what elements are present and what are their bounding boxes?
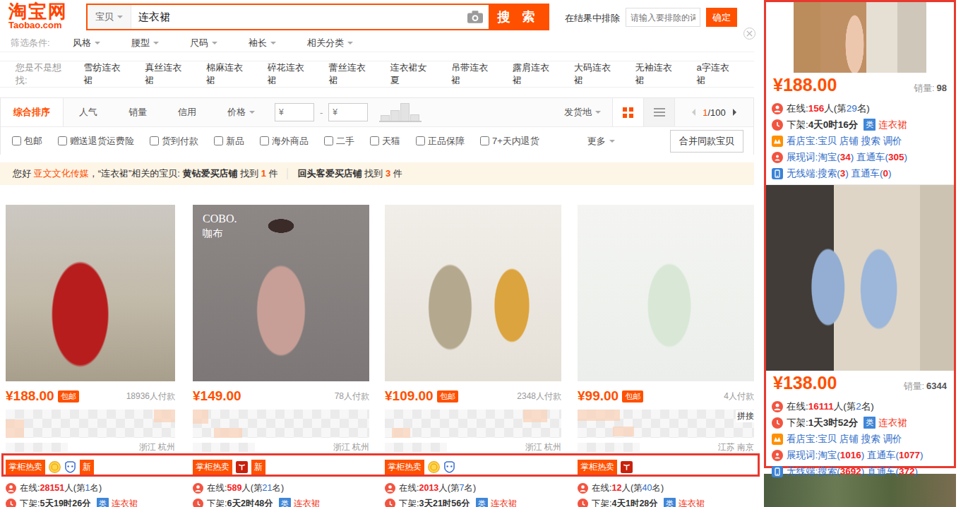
badge-row: 掌柜热卖 新	[6, 458, 175, 476]
category-badge: 类	[476, 498, 488, 507]
price-max-input[interactable]	[328, 103, 368, 121]
check-new-box[interactable]	[214, 136, 223, 145]
sort-tab-popularity[interactable]: 人气	[64, 98, 113, 126]
wireless-pre: 无线端:搜索(	[787, 465, 840, 478]
page-prev-button[interactable]	[688, 109, 695, 116]
notice-shop-link[interactable]: 亚文文化传媒	[34, 168, 89, 179]
page-next-button[interactable]	[733, 109, 740, 116]
suggest-link[interactable]: 吊带连衣裙	[451, 61, 494, 87]
product-image[interactable]: COBO.咖布	[193, 205, 369, 381]
exclude-input[interactable]	[626, 8, 700, 27]
online-count: 589	[227, 483, 241, 493]
image-search-camera-button[interactable]	[462, 5, 489, 29]
suggest-link[interactable]: 大码连衣裙	[574, 61, 617, 87]
offshelf-row: 下架:3天21时56分 类连衣裙	[385, 496, 561, 507]
kandianbao-links[interactable]: 看店宝:宝贝 店铺 搜索 调价	[787, 433, 902, 446]
wireless-row[interactable]: 无线端:搜索(3) 直通车(0)	[772, 165, 948, 181]
rank-post: 名)	[272, 482, 284, 494]
kandianbao-links-row[interactable]: 看店宝:宝贝 店铺 搜索 调价	[772, 133, 948, 149]
sales-count: 销量:6344	[903, 380, 947, 393]
suggest-link[interactable]: 露肩连衣裙	[513, 61, 556, 87]
check-tmall-box[interactable]	[370, 136, 379, 145]
camera-icon	[467, 11, 483, 23]
product-image[interactable]	[6, 205, 175, 381]
suggest-link[interactable]: 雪纺连衣裙	[83, 61, 126, 87]
product-title-censored[interactable]	[193, 410, 369, 438]
impression-words-row[interactable]: 展现词:淘宝(1016) 直通车(1077)	[772, 447, 948, 463]
price-min-input[interactable]	[275, 103, 314, 121]
filter-size-label: 尺码	[190, 37, 208, 49]
check-secondhand[interactable]: 二手	[324, 135, 354, 148]
check-overseas[interactable]: 海外商品	[260, 135, 309, 148]
sort-tab-credit[interactable]: 信用	[162, 98, 212, 126]
check-new[interactable]: 新品	[214, 135, 244, 148]
check-free-shipping[interactable]: 包邮	[12, 135, 42, 148]
filter-related-category[interactable]: 相关分类	[307, 37, 353, 49]
clock-icon	[385, 499, 395, 507]
sort-tab-sales[interactable]: 销量	[113, 98, 162, 126]
category-name[interactable]: 连衣裙	[878, 417, 907, 429]
category-name[interactable]: 连衣裙	[679, 498, 705, 507]
suggest-link[interactable]: 连衣裙女夏	[390, 61, 433, 87]
check-return-insurance[interactable]: 赠送退货运费险	[58, 135, 134, 148]
check-free-shipping-box[interactable]	[12, 136, 21, 145]
product-image[interactable]	[578, 205, 754, 381]
kandianbao-links-row[interactable]: 看店宝:宝贝 店铺 搜索 调价	[772, 431, 948, 447]
more-filters-link[interactable]: 更多	[587, 135, 615, 148]
product-title-censored[interactable]	[385, 410, 561, 438]
product-title-censored[interactable]: 拼接	[578, 410, 754, 438]
suggest-link[interactable]: 棉麻连衣裙	[206, 61, 249, 87]
filter-waist-label: 腰型	[131, 37, 150, 49]
check-7day-return[interactable]: 7+天内退货	[480, 135, 539, 148]
sidebar-product-image[interactable]	[766, 185, 954, 371]
check-cod[interactable]: 货到付款	[150, 135, 198, 148]
suggest-link[interactable]: 蕾丝连衣裙	[329, 61, 372, 87]
ship-from-dropdown[interactable]: 发货地	[564, 106, 601, 119]
taobao-logo[interactable]: 淘宝网 Taobao.com	[8, 2, 68, 30]
online-count: 156	[808, 103, 825, 114]
category-name[interactable]: 连衣裙	[878, 119, 907, 131]
sort-tab-composite[interactable]: 综合排序	[1, 98, 64, 126]
check-7day-return-box[interactable]	[480, 136, 489, 145]
filter-style[interactable]: 风格	[73, 37, 100, 49]
search-button[interactable]: 搜 索	[489, 5, 548, 29]
suggest-link[interactable]: a字连衣裙	[697, 61, 736, 87]
kandianbao-links[interactable]: 看店宝:宝贝 店铺 搜索 调价	[787, 135, 902, 148]
filter-waist[interactable]: 腰型	[131, 37, 159, 49]
product-title-censored[interactable]	[6, 410, 175, 438]
product-price: ¥109.00	[385, 388, 434, 404]
category-badge: 类	[664, 498, 676, 507]
person-icon	[385, 483, 395, 494]
close-panel-button[interactable]	[743, 28, 755, 40]
check-tmall[interactable]: 天猫	[370, 135, 400, 148]
product-location: 浙江 杭州	[525, 441, 561, 453]
search-input[interactable]	[131, 5, 462, 29]
check-overseas-box[interactable]	[260, 136, 269, 145]
wireless-row[interactable]: 无线端:搜索(3692) 直通车(372)	[772, 463, 948, 479]
filter-size[interactable]: 尺码	[190, 37, 217, 49]
sidebar-product-image[interactable]	[794, 2, 926, 73]
product-image[interactable]	[385, 205, 561, 381]
exclude-confirm-button[interactable]: 确定	[706, 8, 737, 27]
impression-words-row[interactable]: 展现词:淘宝(34) 直通车(305)	[772, 149, 948, 165]
list-view-button[interactable]	[643, 98, 674, 126]
filter-sleeve[interactable]: 袖长	[249, 37, 276, 49]
merge-same-items-button[interactable]: 合并同款宝贝	[670, 130, 743, 153]
impression-ztc-count: 1077	[899, 450, 920, 460]
grid-view-button[interactable]	[612, 98, 643, 126]
category-name[interactable]: 连衣裙	[491, 498, 518, 507]
check-secondhand-box[interactable]	[324, 136, 333, 145]
suggest-link[interactable]: 无袖连衣裙	[635, 61, 679, 87]
search-category-select[interactable]: 宝贝	[88, 5, 131, 29]
category-name[interactable]: 连衣裙	[294, 498, 321, 507]
category-name[interactable]: 连衣裙	[112, 498, 138, 507]
check-cod-box[interactable]	[150, 136, 159, 145]
sort-tab-price[interactable]: 价格	[212, 98, 270, 126]
check-authentic[interactable]: 正品保障	[416, 135, 465, 148]
person-icon	[6, 483, 16, 494]
suggest-link[interactable]: 碎花连衣裙	[268, 61, 311, 87]
check-authentic-box[interactable]	[416, 136, 425, 145]
check-return-insurance-box[interactable]	[58, 136, 67, 145]
badge-row: 掌柜热卖	[385, 458, 561, 476]
suggest-link[interactable]: 真丝连衣裙	[145, 61, 188, 87]
